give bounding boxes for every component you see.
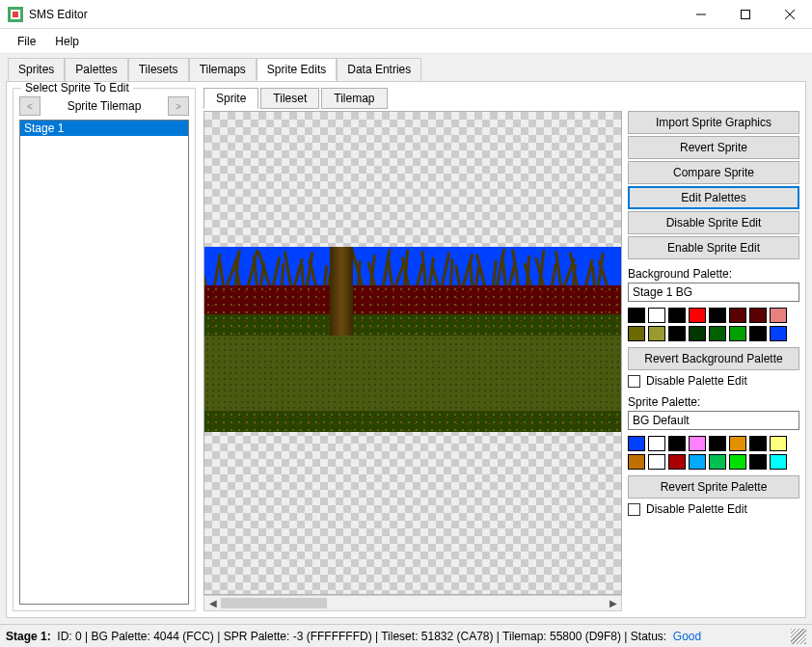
disable-bg-palette-edit-row: Disable Palette Edit <box>628 374 799 388</box>
content-area: Select Sprite To Edit < Sprite Tilemap >… <box>6 81 806 618</box>
palette-swatch[interactable] <box>689 326 706 341</box>
palette-swatch[interactable] <box>668 326 686 341</box>
right-column: SpriteTilesetTilemap ◀ ▶ <box>203 88 799 611</box>
horizontal-scrollbar[interactable]: ◀ ▶ <box>203 595 622 611</box>
palette-swatch[interactable] <box>749 326 767 341</box>
palette-swatch[interactable] <box>648 454 665 470</box>
disable-sprite-palette-checkbox[interactable] <box>628 503 640 516</box>
palette-swatch[interactable] <box>628 436 645 451</box>
sub-tab-tileset[interactable]: Tileset <box>260 88 319 109</box>
palette-swatch[interactable] <box>770 326 787 341</box>
main-tab-data-entries[interactable]: Data Entries <box>337 58 421 81</box>
disable-sprite-edit-button[interactable]: Disable Sprite Edit <box>628 211 799 234</box>
maximize-button[interactable] <box>723 0 768 29</box>
sprite-canvas[interactable] <box>203 111 622 595</box>
palette-swatch[interactable] <box>628 308 645 323</box>
nav-row: < Sprite Tilemap > <box>19 96 189 116</box>
palette-swatch[interactable] <box>668 436 686 451</box>
sprite-palette-name[interactable]: BG Default <box>628 411 799 430</box>
palette-swatch[interactable] <box>729 436 746 451</box>
sub-tab-tilemap[interactable]: Tilemap <box>321 88 387 109</box>
revert-bg-palette-button[interactable]: Revert Background Palette <box>628 347 799 370</box>
palette-swatch[interactable] <box>628 326 645 341</box>
palette-swatch[interactable] <box>709 454 726 470</box>
palette-swatch[interactable] <box>709 436 726 451</box>
nav-next-button[interactable]: > <box>168 96 189 116</box>
sprite-preview <box>204 247 621 432</box>
enable-sprite-edit-button[interactable]: Enable Sprite Edit <box>628 236 799 259</box>
sprite-palette-label: Sprite Palette: <box>628 395 799 409</box>
palette-swatch[interactable] <box>668 454 686 470</box>
disable-sprite-palette-edit-row: Disable Palette Edit <box>628 502 799 516</box>
menu-file[interactable]: File <box>8 31 45 52</box>
edit-palettes-button[interactable]: Edit Palettes <box>628 186 799 209</box>
side-panel: Import Sprite Graphics Revert Sprite Com… <box>628 111 799 611</box>
revert-sprite-palette-button[interactable]: Revert Sprite Palette <box>628 475 799 499</box>
menubar: File Help <box>0 29 812 54</box>
revert-sprite-button[interactable]: Revert Sprite <box>628 136 799 159</box>
sprite-palette-swatches <box>628 436 799 470</box>
scroll-right-icon[interactable]: ▶ <box>605 596 621 610</box>
main-tab-tilesets[interactable]: Tilesets <box>128 58 189 81</box>
main-tab-sprite-edits[interactable]: Sprite Edits <box>257 58 337 81</box>
palette-swatch[interactable] <box>648 436 665 451</box>
palette-swatch[interactable] <box>729 454 746 470</box>
disable-bg-palette-label: Disable Palette Edit <box>646 374 747 388</box>
statusbar: Stage 1: ID: 0 | BG Palette: 4044 (FCC) … <box>0 624 812 647</box>
status-body: ID: 0 | BG Palette: 4044 (FCC) | SPR Pal… <box>57 630 666 643</box>
status-value: Good <box>673 630 701 643</box>
bg-palette-name[interactable]: Stage 1 BG <box>628 283 799 302</box>
minimize-button[interactable] <box>679 0 723 29</box>
palette-swatch[interactable] <box>749 308 767 323</box>
select-sprite-group: Select Sprite To Edit < Sprite Tilemap >… <box>13 88 196 611</box>
bg-palette-swatches <box>628 308 799 341</box>
main-tabs: SpritesPalettesTilesetsTilemapsSprite Ed… <box>0 54 812 81</box>
palette-swatch[interactable] <box>729 326 746 341</box>
editor-row: ◀ ▶ Import Sprite Graphics Revert Sprite… <box>203 111 799 611</box>
resize-grip-icon[interactable] <box>791 629 806 644</box>
sprite-listbox[interactable]: Stage 1 <box>19 120 189 605</box>
nav-prev-button[interactable]: < <box>19 96 41 116</box>
canvas-wrap: ◀ ▶ <box>203 111 622 611</box>
list-item[interactable]: Stage 1 <box>20 121 188 136</box>
palette-swatch[interactable] <box>668 308 686 323</box>
app-icon <box>8 7 23 22</box>
palette-swatch[interactable] <box>770 308 787 323</box>
disable-bg-palette-checkbox[interactable] <box>628 375 640 388</box>
palette-swatch[interactable] <box>648 326 665 341</box>
svg-rect-4 <box>742 10 750 18</box>
palette-swatch[interactable] <box>749 454 767 470</box>
sub-tab-sprite[interactable]: Sprite <box>203 88 258 109</box>
palette-swatch[interactable] <box>689 308 706 323</box>
disable-sprite-palette-label: Disable Palette Edit <box>646 502 747 516</box>
compare-sprite-button[interactable]: Compare Sprite <box>628 161 799 184</box>
palette-swatch[interactable] <box>628 454 645 470</box>
group-title: Select Sprite To Edit <box>21 81 133 94</box>
palette-swatch[interactable] <box>709 326 726 341</box>
palette-swatch[interactable] <box>689 454 706 470</box>
menu-help[interactable]: Help <box>45 31 89 52</box>
status-prefix: Stage 1: <box>6 630 51 643</box>
main-tab-sprites[interactable]: Sprites <box>8 58 65 81</box>
nav-title: Sprite Tilemap <box>44 99 164 113</box>
scroll-left-icon[interactable]: ◀ <box>204 596 221 610</box>
palette-swatch[interactable] <box>770 436 787 451</box>
palette-swatch[interactable] <box>770 454 787 470</box>
bg-palette-label: Background Palette: <box>628 267 799 281</box>
palette-swatch[interactable] <box>648 308 665 323</box>
sub-tabs: SpriteTilesetTilemap <box>203 88 799 109</box>
close-button[interactable] <box>768 0 812 29</box>
palette-swatch[interactable] <box>689 436 706 451</box>
main-tab-palettes[interactable]: Palettes <box>65 58 127 81</box>
titlebar: SMS Editor <box>0 0 812 29</box>
scroll-thumb[interactable] <box>221 598 327 608</box>
main-tab-tilemaps[interactable]: Tilemaps <box>189 58 257 81</box>
palette-swatch[interactable] <box>749 436 767 451</box>
palette-swatch[interactable] <box>729 308 746 323</box>
import-sprite-button[interactable]: Import Sprite Graphics <box>628 111 799 134</box>
svg-rect-2 <box>13 12 18 17</box>
window-title: SMS Editor <box>29 8 679 21</box>
palette-swatch[interactable] <box>709 308 726 323</box>
left-column: Select Sprite To Edit < Sprite Tilemap >… <box>13 88 196 611</box>
